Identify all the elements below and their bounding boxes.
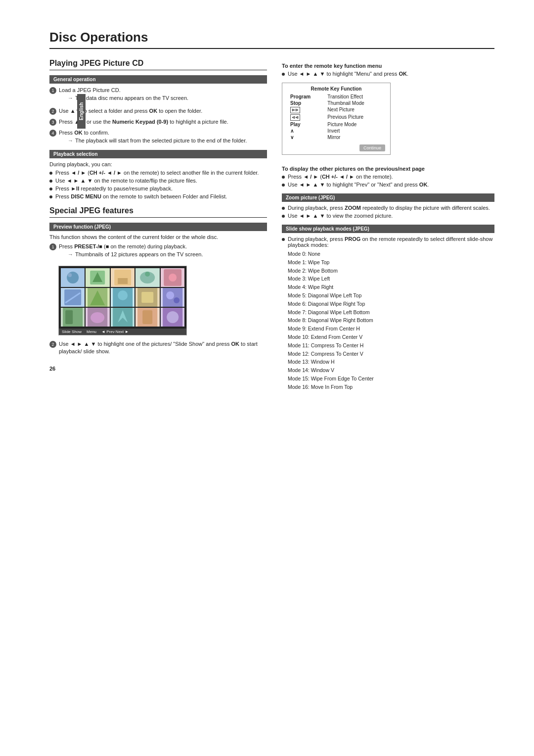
thumb-15 (161, 308, 184, 327)
preview-step-1: 1 Press PRESET-/■ (■ on the remote) duri… (49, 243, 267, 261)
mode-13: Mode 13: Window H (288, 358, 494, 366)
step-3-number: 3 (49, 119, 56, 126)
step-4: 4 Press OK to confirm. → The playback wi… (49, 129, 267, 147)
mode-11: Mode 11: Compress To Center H (288, 341, 494, 350)
playing-jpeg-title: Playing JPEG Picture CD (49, 59, 267, 70)
mode-10: Mode 10: Extend From Center V (288, 333, 494, 341)
next-icon: ⊳⊳ (290, 107, 300, 113)
bullet-icon (49, 172, 52, 175)
thumb-14 (135, 308, 159, 327)
svg-rect-22 (65, 310, 73, 324)
mode-1: Mode 1: Wipe Top (288, 258, 494, 267)
func-prev-picture: Previous Picture (324, 114, 385, 121)
remote-table-title: Remote Key Function (287, 86, 385, 92)
continue-button[interactable]: Continue (359, 144, 385, 151)
svg-point-0 (67, 272, 79, 284)
preview-step-2-text: Use ◄ ► ▲ ▼ to highlight one of the pict… (59, 340, 267, 356)
thumb-bar-slideshow: Slide Show (62, 330, 82, 334)
preview-step-1-arrow: → Thumbnails of 12 pictures appears on t… (68, 251, 267, 259)
svg-rect-17 (141, 292, 153, 303)
mode-list: Mode 0: None Mode 1: Wipe Top Mode 2: Wi… (288, 250, 494, 391)
table-row: ⊳⊳ Next Picture (287, 106, 385, 114)
table-row: ⊲⊲ Previous Picture (287, 114, 385, 121)
key-program: Program (287, 94, 324, 100)
display-other-heading: To display the other pictures on the pre… (282, 166, 494, 172)
svg-point-19 (166, 291, 174, 299)
display-bullet-2-text: Use ◄ ► ▲ ▼ to highlight "Prev" or "Next… (288, 182, 429, 188)
special-jpeg-title: Special JPEG features (49, 206, 267, 218)
svg-point-20 (174, 297, 179, 303)
step-2-number: 2 (49, 108, 56, 115)
bullet-icon-z2 (282, 215, 285, 218)
thumb-13 (111, 308, 134, 327)
general-operation-header: General operation (49, 75, 267, 84)
right-column: To enter the remote key function menu Us… (282, 59, 494, 391)
remote-key-table: Program Transition Effect Stop Thumbnail… (287, 94, 385, 141)
remote-key-table-container: Remote Key Function Program Transition E… (282, 83, 391, 155)
thumbnail-preview: Slide Show Menu ◄ Prev Next ► (58, 266, 187, 335)
playback-bullet-3-text: Press ►II repeatedly to pause/resume pla… (55, 186, 173, 191)
bullet-icon-4 (49, 195, 52, 198)
preview-step-1-text: Press PRESET-/■ (■ on the remote) during… (59, 243, 267, 261)
playback-selection-header: Playback selection (49, 150, 267, 158)
bullet-icon-z1 (282, 207, 285, 210)
display-bullet-1: Press ◄ / ► (CH +/- ◄ / ► on the remote)… (282, 174, 494, 180)
playback-bullet-2: Use ◄ ► ▲ ▼ on the remote to rotate/flip… (49, 178, 267, 184)
mode-6: Mode 6: Diagonal Wipe Right Top (288, 300, 494, 308)
func-picture-mode: Picture Mode (324, 121, 385, 128)
func-transition: Transition Effect (324, 94, 385, 100)
step-4-arrow: → The playback will start from the selec… (68, 137, 267, 145)
svg-point-9 (169, 274, 177, 282)
svg-point-30 (167, 311, 178, 323)
zoom-bullet-2: Use ◄ ► ▲ ▼ to view the zoomed picture. (282, 213, 494, 219)
preview-step-2: 2 Use ◄ ► ▲ ▼ to highlight one of the pi… (49, 340, 267, 356)
bullet-icon-remote (282, 73, 285, 76)
playback-bullet-4: Press DISC MENU on the remote to switch … (49, 193, 267, 199)
table-row: ∧ Invert (287, 128, 385, 134)
key-play: Play (287, 121, 324, 128)
slideshow-intro-bullet: During playback, press PROG on the remot… (282, 236, 494, 248)
playback-bullet-1: Press ◄ / ► (CH +/- ◄ / ► on the remote)… (49, 170, 267, 176)
svg-point-7 (145, 272, 150, 277)
remote-key-heading: To enter the remote key function menu (282, 63, 494, 69)
step-2-text: Use ▲▼ to select a folder and press OK t… (59, 107, 267, 115)
thumb-1 (61, 268, 85, 287)
thumb-12 (86, 308, 109, 327)
prev-icon: ⊲⊲ (290, 114, 300, 121)
preview-step-1-number: 1 (49, 243, 56, 250)
step-1-arrow-text: The data disc menu appears on the TV scr… (75, 94, 188, 102)
table-row: ∨ Mirror (287, 134, 385, 141)
svg-point-1 (68, 273, 72, 277)
svg-point-15 (118, 290, 128, 300)
playback-bullet-4-text: Press DISC MENU on the remote to switch … (55, 193, 227, 199)
arrow-icon-2: → (68, 137, 73, 145)
step-4-number: 4 (49, 130, 56, 137)
display-bullet-2: Use ◄ ► ▲ ▼ to highlight "Prev" or "Next… (282, 182, 494, 188)
page-title: Disc Operations (49, 30, 494, 49)
playback-bullet-2-text: Use ◄ ► ▲ ▼ on the remote to rotate/flip… (55, 178, 197, 184)
step-1-text: Load a JPEG Picture CD. → The data disc … (59, 87, 267, 104)
step-3-text: Press ▲▼ or use the Numeric Keypad (0-9)… (59, 118, 267, 126)
key-prev-icon: ⊲⊲ (287, 114, 324, 121)
thumb-4 (135, 268, 159, 287)
svg-rect-28 (142, 310, 152, 324)
thumb-6 (61, 288, 85, 307)
mode-16: Mode 16: Move In From Top (288, 383, 494, 391)
thumbnail-grid (59, 266, 186, 329)
bullet-icon-2 (49, 180, 52, 183)
mode-9: Mode 9: Extend From Center H (288, 325, 494, 333)
step-4-text: Press OK to confirm. → The playback will… (59, 129, 267, 147)
zoom-header: Zoom picture (JPEG) (282, 193, 494, 202)
bullet-icon-s1 (282, 238, 285, 241)
thumb-2 (86, 268, 109, 287)
thumb-bar-menu: Menu (87, 330, 96, 334)
mode-8: Mode 8: Diagonal Wipe Right Bottom (288, 316, 494, 325)
mode-15: Mode 15: Wipe From Edge To Center (288, 375, 494, 383)
remote-key-intro: Use ◄ ► ▲ ▼ to highlight "Menu" and pres… (282, 71, 494, 77)
key-down: ∨ (287, 134, 324, 141)
thumb-8 (111, 288, 134, 307)
remote-key-intro-text: Use ◄ ► ▲ ▼ to highlight "Menu" and pres… (288, 71, 408, 77)
mode-3: Mode 3: Wipe Left (288, 275, 494, 283)
arrow-icon-3: → (68, 251, 73, 259)
key-stop: Stop (287, 100, 324, 106)
